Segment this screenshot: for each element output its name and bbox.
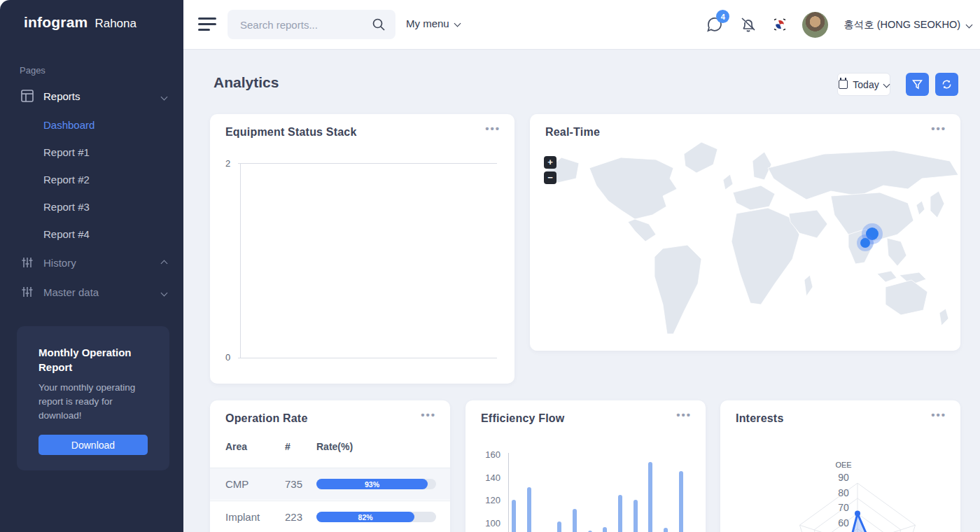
sidebar-section-label: Pages	[20, 65, 46, 76]
sidebar-item-history[interactable]: History	[0, 251, 183, 274]
sidebar-item-report-3[interactable]: Report #3	[43, 201, 90, 213]
col-rate: Rate(%)	[316, 441, 353, 452]
efficiency-bar	[557, 522, 561, 532]
efficiency-bar	[679, 471, 683, 532]
sidebar-item-report-2[interactable]: Report #2	[43, 174, 90, 186]
map-marker-small[interactable]	[857, 234, 874, 251]
messages-button[interactable]: 4	[706, 15, 724, 34]
chevron-down-icon	[883, 81, 890, 88]
brand-name: infogram	[24, 14, 88, 31]
efficiency-bar	[618, 495, 622, 532]
user-name-label: 홍석호 (HONG SEOKHO)	[844, 18, 960, 31]
sidebar-item-reports[interactable]: Reports	[0, 84, 183, 108]
card-title: Equipment Status Stack	[225, 126, 357, 139]
brand-suffix: Rahona	[94, 17, 136, 31]
gridline-bottom	[238, 358, 497, 358]
table-row[interactable]: CMP 735 93%	[210, 468, 450, 500]
bar-chart-plot	[508, 449, 699, 532]
radar-tick: 90	[830, 472, 858, 483]
download-button[interactable]: Download	[38, 435, 148, 455]
monthly-report-card: Monthly Operation Report Your monthly op…	[17, 326, 169, 470]
card-title: Operation Rate	[225, 412, 308, 425]
card-equipment-status-stack: Equipment Status Stack ••• 2 0	[210, 114, 514, 384]
sidebar-item-master-data[interactable]: Master data	[0, 280, 183, 304]
chevron-down-icon	[162, 286, 167, 298]
card-menu-ellipsis-icon[interactable]: •••	[485, 122, 500, 134]
sidebar: infogram Rahona Pages Reports Dashboard …	[0, 0, 183, 532]
y-tick: 140	[465, 472, 500, 483]
cell-count: 223	[285, 511, 302, 523]
card-menu-ellipsis-icon[interactable]: •••	[676, 409, 692, 421]
my-menu-label: My menu	[406, 18, 449, 29]
brand-logo[interactable]: infogram Rahona	[24, 14, 136, 31]
map-zoom-out-button[interactable]: −	[544, 172, 556, 184]
search-icon[interactable]	[372, 18, 386, 31]
card-interests: Interests ••• OEE 90 80 70 60	[720, 400, 960, 532]
monthly-report-body: Your monthly operating report is ready f…	[38, 381, 154, 423]
chevron-down-icon	[454, 20, 461, 27]
rate-bar-track: 82%	[316, 512, 436, 522]
rate-bar-fill: 93%	[316, 479, 428, 489]
user-avatar[interactable]	[802, 12, 828, 38]
card-menu-ellipsis-icon[interactable]: •••	[421, 409, 436, 421]
sidebar-item-label: Reports	[43, 90, 80, 102]
y-tick: 100	[465, 518, 500, 528]
sidebar-item-dashboard[interactable]: Dashboard	[43, 119, 94, 131]
sidebar-item-report-1[interactable]: Report #1	[43, 146, 90, 158]
date-range-label: Today	[853, 79, 878, 90]
chevron-down-icon	[162, 90, 167, 102]
rate-bar-track: 93%	[316, 479, 436, 489]
top-header: My menu 4 홍석호 (HONG SEOKHO)	[183, 0, 980, 49]
radar-tick: 60	[830, 517, 858, 528]
cell-count: 735	[285, 478, 302, 490]
card-menu-ellipsis-icon[interactable]: •••	[931, 122, 946, 134]
page-title: Analytics	[214, 74, 279, 91]
map-zoom-in-button[interactable]: +	[544, 156, 556, 169]
notification-badge: 4	[716, 10, 729, 23]
radar-tick: 80	[830, 487, 858, 498]
sidebar-item-report-4[interactable]: Report #4	[43, 228, 90, 240]
efficiency-bar	[648, 462, 652, 532]
rate-bar-fill: 82%	[316, 512, 414, 522]
table-header: Area # Rate(%)	[210, 441, 450, 463]
filter-button[interactable]	[906, 73, 929, 96]
main-content: Analytics Today Equipment Status Stack •…	[183, 49, 980, 532]
sidebar-item-label: History	[43, 257, 76, 269]
radar-chart: OEE 90 80 70 60	[720, 400, 960, 532]
col-area: Area	[225, 441, 247, 452]
world-map[interactable]	[530, 136, 960, 346]
chevron-up-icon	[162, 256, 167, 269]
sliders-icon	[21, 286, 34, 298]
card-operation-rate: Operation Rate ••• Area # Rate(%) CMP 73…	[210, 400, 450, 532]
efficiency-bar	[664, 528, 668, 532]
refresh-button[interactable]	[935, 73, 958, 96]
y-tick-max: 2	[225, 158, 230, 169]
efficiency-bar	[573, 509, 577, 532]
my-menu-dropdown[interactable]: My menu	[406, 18, 460, 29]
efficiency-bar	[603, 527, 607, 532]
calendar-icon	[839, 80, 848, 89]
search-input[interactable]	[240, 10, 366, 39]
search-box	[227, 10, 396, 39]
rate-label: 82%	[358, 513, 373, 522]
card-title: Efficiency Flow	[481, 412, 564, 425]
y-axis	[508, 453, 509, 532]
table-row[interactable]: Implant 223 82%	[210, 500, 450, 532]
card-efficiency-flow: Efficiency Flow ••• 160 140 120 100	[465, 400, 706, 532]
hamburger-menu-icon[interactable]	[198, 18, 216, 31]
date-range-button[interactable]: Today	[837, 73, 890, 96]
refresh-icon	[941, 79, 952, 90]
y-tick-min: 0	[225, 352, 230, 363]
efficiency-bar	[527, 487, 531, 532]
user-menu[interactable]: 홍석호 (HONG SEOKHO)	[844, 18, 972, 31]
y-tick: 120	[465, 495, 500, 505]
y-axis	[240, 163, 241, 358]
radar-tick: 70	[830, 502, 858, 513]
sliders-icon	[21, 256, 34, 269]
efficiency-bar	[634, 500, 638, 532]
korea-flag-icon[interactable]	[773, 18, 787, 31]
app-window: infogram Rahona Pages Reports Dashboard …	[0, 0, 980, 532]
y-tick: 160	[465, 449, 500, 460]
notifications-muted-icon[interactable]	[739, 15, 757, 34]
card-real-time-map: Real-Time •••	[530, 114, 960, 351]
